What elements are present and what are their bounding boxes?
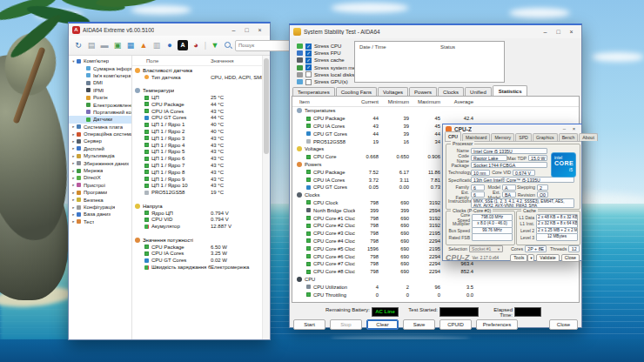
tree-item[interactable]: ▸Мережа bbox=[69, 167, 131, 174]
tree-item[interactable]: Портативний комп'ютер bbox=[69, 109, 131, 116]
refresh-icon[interactable]: ↻ bbox=[73, 40, 84, 50]
tree-item[interactable]: ▸Тест bbox=[69, 218, 131, 225]
minimize-icon[interactable]: – bbox=[560, 125, 569, 133]
sensor-row[interactable]: ЦП 1 / Ядро 1043 °C bbox=[132, 183, 270, 190]
tree-item[interactable]: ▸Мультимедіа bbox=[69, 152, 131, 159]
field-column-header[interactable]: Поле bbox=[132, 58, 211, 64]
expand-icon[interactable]: ▸ bbox=[70, 139, 77, 144]
column-header[interactable]: Maximum bbox=[412, 99, 443, 104]
tree-item[interactable]: ▸DirectX bbox=[69, 174, 131, 181]
maximize-icon[interactable]: □ bbox=[552, 27, 565, 37]
aida64-logo-icon[interactable]: A bbox=[178, 40, 188, 50]
minimize-icon[interactable]: – bbox=[539, 27, 552, 37]
checkbox[interactable]: ✓ bbox=[305, 64, 312, 70]
close-icon[interactable]: × bbox=[569, 125, 579, 133]
sensor-row[interactable]: CPU GT Cores44 °C bbox=[132, 115, 270, 122]
scrollbar[interactable] bbox=[262, 56, 270, 339]
column-header[interactable]: Average bbox=[443, 99, 476, 104]
sensor-row[interactable]: ЦП 1 / Ядро 543 °C bbox=[132, 149, 270, 156]
sensor-row[interactable]: Акумулятор12.887 V bbox=[132, 223, 270, 230]
stats-row[interactable]: CPU Core #8 Clock7986902294852.4 bbox=[292, 268, 579, 276]
cpuid-button[interactable]: CPUID bbox=[439, 319, 472, 330]
expand-icon[interactable]: ▸ bbox=[70, 219, 77, 224]
tree-item[interactable]: ▸Конфігурація bbox=[69, 204, 131, 211]
validate-button[interactable]: Validate bbox=[536, 254, 559, 262]
expand-icon[interactable]: ▸ bbox=[70, 132, 77, 137]
tree-item[interactable]: ▸Операційна система bbox=[69, 131, 131, 137]
sensor-row[interactable]: CPU Package44 °C bbox=[132, 101, 270, 108]
minimize-icon[interactable]: – bbox=[227, 25, 240, 35]
cpuz-tab-spd[interactable]: SPD bbox=[515, 133, 532, 141]
tree-item[interactable]: ▸Системна плата bbox=[69, 124, 131, 131]
clear-button[interactable]: Clear bbox=[366, 319, 399, 330]
tree-item[interactable]: ▸База даних bbox=[69, 211, 131, 218]
sensor-row[interactable]: Значення потужності bbox=[132, 237, 270, 244]
sensor-row[interactable]: ЦП25 °C bbox=[132, 94, 270, 101]
expand-icon[interactable]: ▾ bbox=[70, 59, 77, 64]
column-header[interactable]: Current bbox=[355, 99, 381, 104]
preferences-button[interactable]: Preferences bbox=[476, 319, 518, 330]
close-button[interactable]: Close bbox=[549, 319, 578, 330]
cpuz-tab-mainboard[interactable]: Mainboard bbox=[462, 133, 491, 141]
sensor-row[interactable]: ЦП 1 / Ядро 443 °C bbox=[132, 142, 270, 149]
sensor-row[interactable]: ЦП 1 / Ядро 343 °C bbox=[132, 135, 270, 142]
sensor-row[interactable]: Напруга bbox=[132, 203, 270, 210]
stability-test-titlebar[interactable]: System Stability Test - AIDA64 – □ × bbox=[290, 25, 581, 38]
stats-row[interactable]: CPU Package44394542.4 bbox=[292, 115, 579, 123]
checkbox[interactable]: ✓ bbox=[305, 57, 312, 64]
sensor-row[interactable]: CPU VID0.794 V bbox=[132, 217, 270, 224]
sensor-row[interactable]: Швидкість заряджання батареїЕлектромереж… bbox=[132, 264, 270, 271]
tree-item[interactable]: ▸Збереження даних bbox=[69, 159, 131, 166]
column-header[interactable]: Item bbox=[292, 99, 355, 104]
tree-item[interactable]: Сумарна інформація bbox=[69, 64, 131, 71]
column-headers[interactable]: Поле Значення bbox=[132, 56, 270, 66]
folders-icon[interactable]: ▦ bbox=[125, 40, 136, 50]
sensor-row[interactable]: PRO512GS5819 °C bbox=[132, 189, 270, 196]
close-icon[interactable]: × bbox=[565, 27, 578, 37]
tree-item[interactable]: Ім'я комп'ютера bbox=[69, 72, 131, 79]
tree-item[interactable]: IPMI bbox=[69, 87, 131, 94]
tree-item[interactable]: ▸Безпека bbox=[69, 196, 131, 203]
connect-icon[interactable]: ▬ bbox=[99, 40, 110, 50]
stop-button[interactable]: Stop bbox=[330, 319, 362, 330]
sensor-row[interactable]: ЦП 1 / Ядро 943 °C bbox=[132, 176, 270, 183]
checkbox[interactable] bbox=[305, 71, 312, 77]
update-icon[interactable]: ▼ bbox=[210, 40, 220, 50]
sensor-row[interactable]: CPU IA Cores43 °C bbox=[132, 108, 270, 115]
copy-icon[interactable]: ▥ bbox=[151, 40, 162, 50]
cpuz-tab-memory[interactable]: Memory bbox=[491, 133, 514, 141]
close-icon[interactable]: × bbox=[253, 25, 266, 35]
tree-item[interactable]: ▾Комп'ютер bbox=[69, 57, 131, 64]
tree-item[interactable]: DMI bbox=[69, 79, 131, 86]
stats-row[interactable]: CPU Utilization42963.5 bbox=[292, 283, 579, 291]
scrollbar-thumb[interactable] bbox=[264, 58, 269, 154]
remote-display-icon[interactable]: ▣ bbox=[112, 40, 123, 50]
expand-icon[interactable]: ▸ bbox=[70, 169, 77, 173]
sensor-row[interactable]: ЦП 1 / Ядро 843 °C bbox=[132, 169, 270, 176]
close-button[interactable]: Close bbox=[561, 254, 580, 262]
sensor-row[interactable]: ЦП 1 / Ядро 643 °C bbox=[132, 155, 270, 162]
expand-icon[interactable]: ▸ bbox=[70, 124, 77, 129]
stats-row[interactable]: CPU Throttling0000.0 bbox=[292, 291, 579, 298]
cpuz-tab-cpu[interactable]: CPU bbox=[445, 131, 461, 141]
gauge-icon[interactable]: ◕ bbox=[191, 40, 201, 50]
sensor-row[interactable]: Температури bbox=[132, 87, 270, 94]
sensor-row[interactable]: ЦП 1 / Ядро 240 °C bbox=[132, 128, 270, 135]
benchmark-flame-icon[interactable]: ▲ bbox=[138, 40, 149, 50]
sensor-row[interactable]: Властивості датчика bbox=[132, 67, 270, 74]
stats-row[interactable]: CPU bbox=[292, 276, 579, 284]
sensor-row[interactable]: ЦП 1 / Ядро 140 °C bbox=[132, 121, 270, 128]
sensor-row[interactable]: CPU GT Cores0.02 W bbox=[132, 257, 270, 264]
tools-button[interactable]: Tools bbox=[510, 254, 527, 262]
tree-item[interactable]: Розгін bbox=[69, 94, 131, 101]
checkbox[interactable]: ✓ bbox=[305, 50, 312, 57]
aida64-titlebar[interactable]: A AIDA64 Extreme v6.00.5100 – □ × bbox=[69, 23, 270, 36]
sensor-row[interactable]: ЦП 1 / Ядро 743 °C bbox=[132, 162, 270, 169]
start-button[interactable]: Start bbox=[293, 319, 325, 330]
sensor-row[interactable]: Ядро ЦП0.794 V bbox=[132, 210, 270, 217]
expand-icon[interactable]: ▸ bbox=[70, 191, 77, 195]
sensor-row[interactable]: CPU IA Cores3.25 W bbox=[132, 251, 270, 258]
tree-item[interactable]: Електроживлення bbox=[69, 101, 131, 108]
checkbox[interactable] bbox=[305, 79, 312, 85]
cpuz-tab-about[interactable]: About bbox=[579, 133, 598, 141]
